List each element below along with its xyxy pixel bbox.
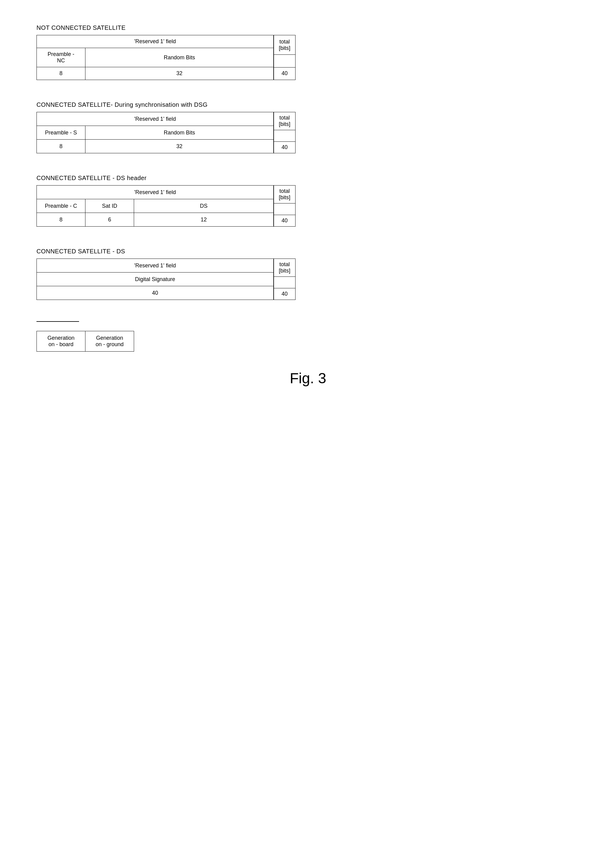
reserved-field-header: 'Reserved 1' field [37, 186, 273, 199]
section-connected-satellite-sync: CONNECTED SATELLITE- During synchronisat… [36, 101, 580, 153]
table-row [274, 130, 295, 142]
table-row: total[bits] [274, 35, 295, 55]
total-40: 40 [274, 142, 295, 153]
table-row: 'Reserved 1' field [37, 259, 273, 272]
table-row: Preamble - C Sat ID DS [37, 199, 273, 213]
table-row [274, 277, 295, 288]
val-32: 32 [85, 67, 273, 80]
val-8: 8 [37, 67, 85, 80]
reserved-field-header: 'Reserved 1' field [37, 112, 273, 126]
side-table-3: total[bits] 40 [273, 185, 295, 227]
val-32: 32 [85, 140, 273, 153]
table-wrapper-4: 'Reserved 1' field Digital Signature 40 … [36, 258, 580, 300]
random-bits: Random Bits [85, 48, 273, 67]
table-wrapper-2: 'Reserved 1' field Preamble - S Random B… [36, 112, 580, 153]
main-table-1: 'Reserved 1' field Preamble - NC Random … [36, 35, 273, 80]
divider-line [36, 321, 79, 322]
table-row: Digital Signature [37, 272, 273, 286]
generation-on-ground: Generationon - ground [85, 331, 134, 352]
table-row: 'Reserved 1' field [37, 186, 273, 199]
table-row: 8 32 [37, 67, 273, 80]
side-table-1: total[bits] 40 [273, 35, 295, 80]
reserved-field-header: 'Reserved 1' field [37, 259, 273, 272]
main-table-2: 'Reserved 1' field Preamble - S Random B… [36, 112, 273, 153]
total-40: 40 [274, 288, 295, 300]
section-connected-satellite-ds: CONNECTED SATELLITE - DS 'Reserved 1' fi… [36, 248, 580, 300]
random-bits: Random Bits [85, 126, 273, 140]
preamble-c: Preamble - C [37, 199, 85, 213]
table-row: 'Reserved 1' field [37, 35, 273, 48]
table-wrapper-1: 'Reserved 1' field Preamble - NC Random … [36, 35, 580, 80]
table-row: 40 [274, 142, 295, 153]
section-title-4: CONNECTED SATELLITE - DS [36, 248, 580, 255]
total-bits-header: total[bits] [274, 35, 295, 55]
table-row: total[bits] [274, 259, 295, 277]
table-row: Generationon - board Generationon - grou… [37, 331, 134, 352]
section-title-3: CONNECTED SATELLITE - DS header [36, 175, 580, 182]
table-wrapper-3: 'Reserved 1' field Preamble - C Sat ID D… [36, 185, 580, 227]
total-bits-header: total[bits] [274, 186, 295, 203]
table-row: total[bits] [274, 186, 295, 203]
val-6: 6 [85, 213, 134, 227]
table-row: 8 32 [37, 140, 273, 153]
val-8: 8 [37, 213, 85, 227]
preamble-nc: Preamble - NC [37, 48, 85, 67]
digital-signature: Digital Signature [37, 272, 273, 286]
main-table-4: 'Reserved 1' field Digital Signature 40 [36, 258, 273, 300]
total-40: 40 [274, 215, 295, 227]
total-40: 40 [274, 67, 295, 80]
table-row: 8 6 12 [37, 213, 273, 227]
val-40: 40 [37, 286, 273, 300]
sat-id: Sat ID [85, 199, 134, 213]
total-bits-header: total[bits] [274, 112, 295, 130]
main-table-3: 'Reserved 1' field Preamble - C Sat ID D… [36, 185, 273, 227]
fig-label: Fig. 3 [36, 370, 580, 387]
section-not-connected-satellite: NOT CONNECTED SATELLITE 'Reserved 1' fie… [36, 24, 580, 80]
table-row [274, 203, 295, 215]
val-8: 8 [37, 140, 85, 153]
table-row [274, 55, 295, 67]
table-row: Preamble - NC Random Bits [37, 48, 273, 67]
table-row: 40 [274, 67, 295, 80]
table-row: Preamble - S Random Bits [37, 126, 273, 140]
generation-on-board: Generationon - board [37, 331, 85, 352]
table-row: 'Reserved 1' field [37, 112, 273, 126]
preamble-s: Preamble - S [37, 126, 85, 140]
section-title-1: NOT CONNECTED SATELLITE [36, 24, 580, 31]
table-row: 40 [274, 288, 295, 300]
val-12: 12 [134, 213, 273, 227]
section-title-2: CONNECTED SATELLITE- During synchronisat… [36, 101, 580, 108]
generation-table: Generationon - board Generationon - grou… [36, 331, 134, 352]
ds-label: DS [134, 199, 273, 213]
section-connected-satellite-ds-header: CONNECTED SATELLITE - DS header 'Reserve… [36, 175, 580, 227]
table-row: 40 [274, 215, 295, 227]
reserved-field-header: 'Reserved 1' field [37, 35, 273, 48]
total-bits-header: total[bits] [274, 259, 295, 277]
table-row: total[bits] [274, 112, 295, 130]
side-table-4: total[bits] 40 [273, 258, 295, 300]
total-blank [274, 130, 295, 142]
total-blank [274, 55, 295, 67]
table-row: 40 [37, 286, 273, 300]
side-table-2: total[bits] 40 [273, 112, 295, 153]
total-blank [274, 277, 295, 288]
total-blank [274, 203, 295, 215]
